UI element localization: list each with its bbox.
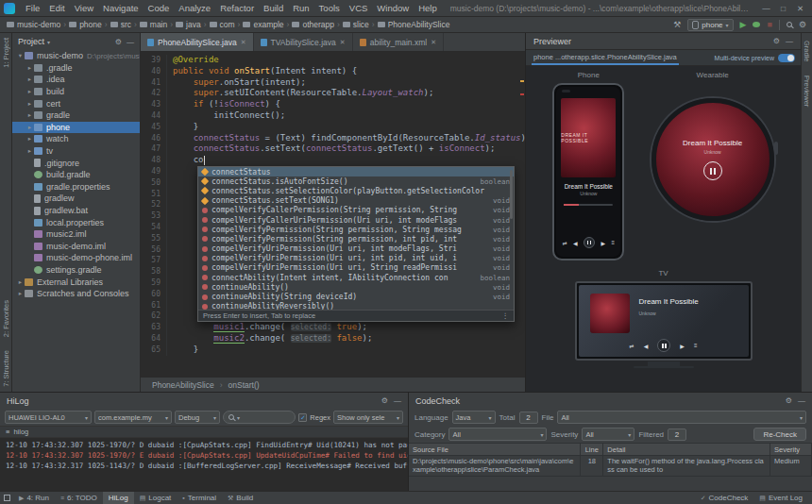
editor-tab-tvabilityslice-java[interactable]: TVAbilitySlice.java✕ [254,33,353,51]
search-icon[interactable] [787,22,792,27]
completion-item[interactable]: connectAbility(Intent intent, IAbilityCo… [198,273,514,282]
log-output[interactable]: 12-10 17:43:32.307 1025-1970/? D dubaid … [0,438,408,491]
tree-item-gradle-properties[interactable]: gradle.properties [12,181,140,193]
previous-icon[interactable]: ◀ [573,240,578,246]
menu-tools[interactable]: Tools [314,3,345,13]
codecheck-hide-icon[interactable]: — [798,396,805,405]
statusbar-event-log[interactable]: ▤Event Log [753,492,808,504]
breadcrumb-item-example[interactable]: example [242,20,284,29]
completion-item[interactable]: compelVerifyUriPermission(Uri uri, Strin… [198,263,514,273]
completion-item[interactable]: connectStatus.setText(SONG1)void [198,196,514,206]
menu-edit[interactable]: Edit [44,3,69,13]
tree-item-settings-gradle[interactable]: settings.gradle [12,264,140,277]
menu-refactor[interactable]: Refactor [215,3,259,13]
shuffle-icon[interactable]: ⇄ [563,240,567,246]
run-button[interactable]: ▶ [740,20,747,29]
device-select[interactable]: HUAWEI LIO-AL0 ▾ [5,411,92,424]
tree-item-external-libraries[interactable]: ▸External Libraries [12,276,140,288]
package-select[interactable]: com.example.my ▾ [94,411,172,424]
completion-scrollbar[interactable] [510,170,513,219]
more-icon[interactable]: ⋮ [502,311,510,320]
codecheck-settings-gear-icon[interactable]: ⚙ [786,396,792,405]
chevron-down-icon[interactable]: ▾ [47,39,50,45]
completion-item[interactable]: continueAbility()void [198,282,514,292]
log-line[interactable]: 12-10 17:43:32.307 1025-1970/? D dubaid … [6,440,402,450]
completion-item[interactable]: compelVerifyPermission(String permission… [198,225,514,234]
maximize-button[interactable]: □ [775,4,791,13]
project-settings-gear-icon[interactable]: ⚙ [115,38,122,46]
file-select[interactable]: All ▾ [557,411,806,424]
stop-button[interactable]: ■ [767,20,771,29]
completion-item[interactable]: continueAbility(String deviceId)void [198,292,514,301]
menu-run[interactable]: Run [288,3,313,13]
error-stripe-mark[interactable] [520,93,524,95]
build-hammer-icon[interactable]: ⚒ [673,20,681,29]
tree-item-music-demo-phone-iml[interactable]: music-demo-phone.iml [12,252,140,264]
menu-build[interactable]: Build [259,3,288,13]
tree-item-scratches-and-consoles[interactable]: ▸Scratches and Consoles [12,288,140,300]
column-header-severity[interactable]: Severity [770,444,812,455]
tree-item-idea[interactable]: ▸.idea [12,74,140,86]
issue-row[interactable]: D:\projects\music-demo\phone\src\main\ja… [409,456,812,477]
tree-item-build[interactable]: ▸build [12,86,140,98]
pause-button[interactable] [584,237,595,248]
hilog-hide-icon[interactable]: — [394,396,401,405]
hilog-subtab[interactable]: hilog [13,428,28,436]
phone-progress-bar[interactable] [564,204,613,206]
statusbar-6-todo[interactable]: ≡6: TODO [55,492,103,504]
tree-item-gradle[interactable]: ▸.gradle [12,62,140,75]
debug-button[interactable] [753,22,760,27]
log-level-select[interactable]: Debug ▾ [175,411,220,424]
code-editor[interactable]: 39@Override40public void onStart(Intent … [141,52,525,377]
tree-item-gradle[interactable]: ▸gradle [12,109,140,122]
menu-help[interactable]: Help [414,3,442,13]
pause-button[interactable] [657,339,670,352]
project-hide-icon[interactable]: — [127,38,134,46]
breadcrumb-item-otherapp[interactable]: otherapp [291,20,335,29]
close-tab-icon[interactable]: ✕ [340,39,346,46]
multi-device-preview-toggle[interactable] [778,54,795,62]
tree-item-music-demo-iml[interactable]: music-demo.iml [12,241,140,253]
statusbar-build[interactable]: ⚒Build [222,492,259,504]
category-select[interactable]: All ▾ [448,428,547,441]
run-configuration-select[interactable]: phone ▾ [687,19,733,31]
recheck-button[interactable]: Re-Check [753,428,806,441]
menu-file[interactable]: File [21,3,44,13]
completion-item[interactable]: connectStatus.isAutoFontSize()boolean [198,176,514,186]
menu-navigate[interactable]: Navigate [98,3,144,13]
menu-window[interactable]: Window [372,3,414,13]
breadcrumb-item-phone[interactable]: phone [68,20,103,29]
minimize-button[interactable]: — [758,4,774,13]
tree-item-watch[interactable]: ▸watch [12,133,140,145]
shuffle-icon[interactable]: ⇄ [630,343,634,349]
language-select[interactable]: Java ▾ [452,411,496,424]
previewer-file-tab[interactable]: phone ...otherapp.slice.PhoneAbilitySlic… [532,50,679,65]
hilog-settings-gear-icon[interactable]: ⚙ [381,396,388,405]
tree-item-gradlew[interactable]: gradlew [12,193,140,205]
column-header-line[interactable]: Line [581,444,603,455]
completion-item[interactable]: compelVerifyPermission(String permission… [198,234,514,244]
breadcrumb-item-src[interactable]: src [110,20,132,29]
tree-item-gradlew-bat[interactable]: gradlew.bat [12,205,140,217]
log-search-input[interactable]: ▾ [223,411,296,424]
toolwindow-gradle[interactable]: Gradle [803,41,811,62]
statusbar-logcat[interactable]: ▤Logcat [134,492,178,504]
column-header-detail[interactable]: Detail [603,444,770,455]
toolwindow-2-favorites[interactable]: 2: Favorites [2,300,10,337]
pause-button[interactable] [703,161,722,180]
breadcrumb-item-phoneabilityslice[interactable]: PhoneAbilitySlice [377,20,451,29]
breadcrumb-item-main[interactable]: main [139,20,168,29]
settings-gear-icon[interactable]: ⚙ [799,20,806,29]
statusbar-terminal[interactable]: ▪Terminal [177,492,222,504]
log-line[interactable]: 12-10 17:43:32.307 1025-1970/? E dubaid … [6,450,402,461]
phone-device-mockup[interactable]: DREAM IT POSSIBLE Dream It Possible Unkn… [552,83,624,260]
close-button[interactable]: ✕ [792,4,808,13]
breadcrumb-item-music-demo[interactable]: music-demo [6,20,61,29]
error-stripe-mark[interactable] [520,80,524,82]
completion-item[interactable]: connectStatus.setSelectionColor(playButt… [198,186,514,195]
menu-analyze[interactable]: Analyze [174,3,215,13]
toolwindow-previewer[interactable]: Previewer [803,76,811,107]
tree-item-music-demo[interactable]: ▾music-demoD:\projects\music [12,50,140,62]
tree-item-local-properties[interactable]: local.properties [12,216,140,228]
editor-breadcrumb-item[interactable]: onStart() [228,380,260,390]
